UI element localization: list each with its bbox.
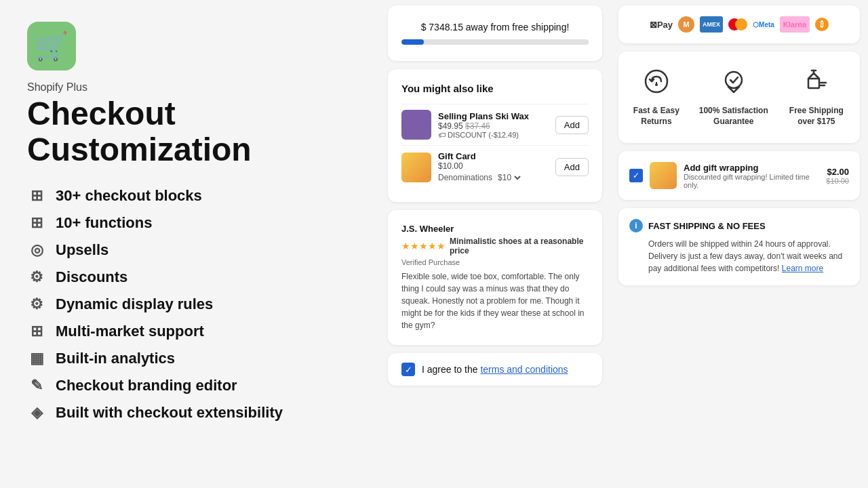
bitcoin-icon: ₿	[815, 18, 829, 31]
feature-label: Multi-market support	[56, 323, 204, 340]
upsell-info-gift: Gift Card $10.00 Denominations $10 $25 $…	[438, 151, 549, 183]
upsell-title: You might also like	[401, 83, 589, 94]
payment-icons-card: ⊠Pay M AMEX ⬡Meta Klarna ₿	[618, 5, 860, 43]
middle-column: $ 7348.15 away from free shipping! You m…	[380, 0, 610, 488]
gift-wrap-card: Add gift wrapping Discounted gift wrappi…	[618, 151, 860, 200]
shipping-info-text: Orders will be shipped within 24 hours o…	[648, 238, 849, 274]
terms-card: I agree to the terms and conditions	[388, 353, 602, 386]
gift-price-current: $2.00	[826, 167, 849, 177]
gift-wrap-checkbox[interactable]	[629, 169, 643, 182]
trust-badge-returns: Fast & Easy Returns	[627, 68, 686, 127]
svg-rect-4	[808, 79, 819, 88]
grid-icon: ⊞	[27, 187, 46, 205]
feature-item: ⊞ 10+ functions	[27, 214, 353, 232]
right-side: $ 7348.15 away from free shipping! You m…	[380, 0, 868, 488]
upsell-add-gift-button[interactable]: Add	[555, 158, 589, 176]
brand-label: Shopify Plus	[27, 81, 353, 94]
feature-label: Built with checkout extensibility	[56, 404, 283, 422]
feature-item: ⚙ Discounts	[27, 268, 353, 286]
upsell-card: You might also like Selling Plans Ski Wa…	[388, 69, 602, 202]
trust-badges-card: Fast & Easy Returns 100% Satisfaction Gu…	[618, 52, 860, 143]
denomination-select[interactable]: $10 $25 $50	[495, 172, 523, 183]
upsell-item-ski-wax: Selling Plans Ski Wax $49.95 $37.46 🏷 DI…	[401, 104, 589, 145]
gift-wrap-price: $2.00 $10.00	[826, 167, 849, 185]
right-column: ⊠Pay M AMEX ⬡Meta Klarna ₿	[610, 0, 868, 488]
apple-pay-icon: ⊠Pay	[650, 16, 673, 33]
feature-label: Dynamic display rules	[56, 296, 213, 313]
feature-item: ▦ Built-in analytics	[27, 350, 353, 367]
upsell-info: Selling Plans Ski Wax $49.95 $37.46 🏷 DI…	[438, 111, 549, 139]
returns-icon	[643, 68, 670, 100]
shipping-progress-fill	[401, 39, 424, 45]
review-card: J.S. Wheeler ★★★★★ Minimalistic shoes at…	[388, 210, 602, 345]
gift-wrap-name: Add gift wrapping	[684, 163, 819, 173]
shipping-progress-bar	[401, 39, 589, 45]
shipping-info-title: FAST SHIPPING & NO FEES	[648, 221, 766, 231]
upsell-discount-label: 🏷 DISCOUNT (-$12.49)	[438, 131, 549, 139]
reviewer-name: J.S. Wheeler	[401, 224, 589, 234]
shipping-info-card: i FAST SHIPPING & NO FEES Orders will be…	[618, 208, 860, 285]
discounts-icon: ⚙	[27, 268, 46, 286]
feature-item: ◎ Upsells	[27, 241, 353, 259]
app-logo: 🛒	[27, 22, 76, 70]
branding-icon: ✎	[27, 377, 46, 394]
svg-point-3	[726, 72, 742, 88]
market-icon: ⊞	[27, 323, 46, 340]
svg-point-0	[646, 70, 667, 92]
denomination-row: Denominations $10 $25 $50	[438, 172, 549, 183]
metamask-icon: M	[678, 16, 694, 33]
learn-more-link[interactable]: Learn more	[782, 264, 823, 273]
trust-badge-satisfaction: 100% Satisfaction Guarantee	[692, 68, 776, 127]
main-title: Checkout Customization	[27, 96, 353, 168]
verified-label: Verified Purchase	[401, 258, 589, 266]
review-stars: ★★★★★ Minimalistic shoes at a reasonable…	[401, 237, 589, 256]
feature-item: ◈ Built with checkout extensibility	[27, 404, 353, 422]
trust-badge-shipping: Free Shipping over $175	[781, 68, 852, 127]
review-text: Flexible sole, wide toe box, comfortable…	[401, 270, 589, 331]
shipping-bar-card: $ 7348.15 away from free shipping!	[388, 5, 602, 61]
satisfaction-label: 100% Satisfaction Guarantee	[692, 106, 776, 127]
gift-wrap-description: Discounted gift wrapping! Limited time o…	[684, 173, 819, 189]
features-list: ⊞ 30+ checkout blocks ⊞ 10+ functions ◎ …	[27, 187, 353, 422]
star-icons: ★★★★★	[401, 241, 446, 251]
satisfaction-icon	[720, 68, 747, 100]
rules-icon: ⚙	[27, 296, 46, 313]
upsell-gift-price: $10.00	[438, 161, 549, 171]
gift-wrap-thumb	[650, 162, 677, 189]
gift-wrap-info: Add gift wrapping Discounted gift wrappi…	[684, 163, 819, 189]
upsell-add-ski-wax-button[interactable]: Add	[555, 116, 589, 134]
feature-label: 30+ checkout blocks	[56, 187, 202, 205]
terms-checkbox[interactable]	[401, 363, 415, 376]
meta-pay-icon: ⬡Meta	[753, 16, 774, 33]
mastercard-icon	[728, 16, 747, 33]
shipping-label: Free Shipping over $175	[781, 106, 852, 127]
upsell-item-price: $49.95 $37.46	[438, 121, 549, 131]
returns-label: Fast & Easy Returns	[627, 106, 686, 127]
free-shipping-icon	[803, 68, 830, 100]
feature-label: Upsells	[56, 241, 108, 259]
klarna-icon: Klarna	[780, 16, 810, 33]
feature-item: ⚙ Dynamic display rules	[27, 296, 353, 313]
shipping-bar-text: $ 7348.15 away from free shipping!	[401, 22, 589, 33]
review-headline: Minimalistic shoes at a reasonable price	[450, 237, 589, 256]
amex-icon: AMEX	[700, 16, 723, 33]
analytics-icon: ▦	[27, 350, 46, 367]
upsell-item-name: Selling Plans Ski Wax	[438, 111, 549, 121]
upsell-thumb-gift	[401, 152, 431, 182]
extensibility-icon: ◈	[27, 404, 46, 422]
left-panel: 🛒 Shopify Plus Checkout Customization ⊞ …	[0, 0, 380, 488]
shipping-info-header: i FAST SHIPPING & NO FEES	[629, 219, 849, 232]
terms-text: I agree to the terms and conditions	[422, 364, 568, 375]
feature-label: 10+ functions	[56, 214, 152, 232]
grid-icon: ⊞	[27, 214, 46, 232]
gift-price-original: $10.00	[826, 177, 849, 185]
feature-item: ✎ Checkout branding editor	[27, 377, 353, 394]
upsell-thumb-ski-wax	[401, 110, 431, 140]
feature-label: Built-in analytics	[56, 350, 175, 367]
feature-item: ⊞ 30+ checkout blocks	[27, 187, 353, 205]
feature-label: Discounts	[56, 268, 127, 286]
upsells-icon: ◎	[27, 241, 46, 259]
terms-link[interactable]: terms and conditions	[480, 364, 568, 375]
upsell-gift-name: Gift Card	[438, 151, 549, 161]
feature-label: Checkout branding editor	[56, 377, 237, 394]
